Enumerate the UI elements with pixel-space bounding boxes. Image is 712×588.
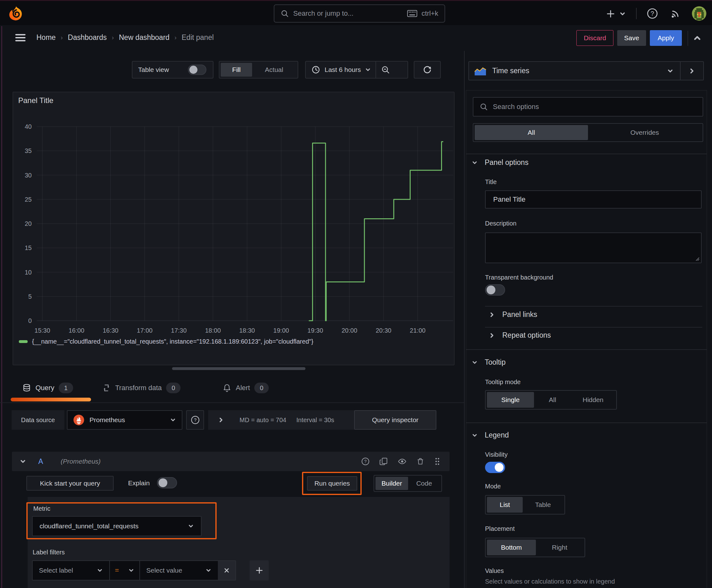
- grafana-logo-icon[interactable]: [8, 5, 24, 22]
- duplicate-query-icon[interactable]: [379, 457, 388, 466]
- table-view-control: Table view: [132, 61, 214, 79]
- actual-option[interactable]: Actual: [252, 63, 296, 77]
- collapse-chevron-up-icon[interactable]: [693, 34, 702, 42]
- pane-resize-handle[interactable]: [172, 367, 305, 370]
- datasource-picker[interactable]: Prometheus: [67, 410, 182, 430]
- save-button[interactable]: Save: [617, 30, 646, 46]
- tooltip-mode-all[interactable]: All: [534, 392, 571, 408]
- legend-placement-bottom[interactable]: Bottom: [487, 540, 536, 555]
- query-inspector-button[interactable]: Query inspector: [354, 410, 436, 430]
- panel-title-input[interactable]: Panel Title: [485, 190, 702, 209]
- visualization-picker[interactable]: Time series: [468, 61, 704, 80]
- panel-options-header[interactable]: Panel options: [472, 158, 528, 167]
- options-search-input[interactable]: Search options: [473, 97, 703, 117]
- drag-handle-icon[interactable]: [434, 457, 441, 466]
- svg-text:25: 25: [25, 196, 32, 203]
- viz-expand-icon[interactable]: [689, 67, 695, 75]
- legend-chevron-icon: [472, 433, 478, 438]
- datasource-help-button[interactable]: ?: [186, 410, 204, 430]
- select-label-placeholder: Select label: [39, 567, 97, 574]
- tab-all[interactable]: All: [475, 125, 588, 140]
- tooltip-mode-single[interactable]: Single: [487, 392, 534, 408]
- panel-links-chevron-icon: [489, 311, 495, 318]
- transparent-bg-toggle[interactable]: [485, 284, 505, 296]
- operator-dropdown[interactable]: =: [109, 560, 140, 581]
- breadcrumb-new-dashboard[interactable]: New dashboard: [119, 33, 170, 42]
- time-series-viz-icon: [474, 66, 487, 76]
- refresh-button[interactable]: [414, 61, 441, 79]
- prometheus-icon: [73, 414, 84, 426]
- resize-handle-icon[interactable]: [695, 256, 700, 261]
- remove-x-icon: [223, 567, 230, 574]
- global-search-input[interactable]: Search or jump to... ctrl+k: [274, 4, 445, 23]
- help-icon[interactable]: ?: [647, 8, 658, 19]
- tab-transform-count: 0: [166, 383, 180, 393]
- legend-placement-right[interactable]: Right: [536, 540, 583, 555]
- tooltip-mode-hidden[interactable]: Hidden: [571, 392, 615, 408]
- datasource-caret-icon: [170, 417, 176, 422]
- label-filters-label: Label filters: [33, 549, 65, 556]
- svg-text:10: 10: [25, 269, 32, 276]
- menu-icon[interactable]: [15, 33, 26, 43]
- select-label-dropdown[interactable]: Select label: [32, 560, 110, 581]
- legend-mode-label: Mode: [485, 483, 501, 490]
- query-help-icon[interactable]: ?: [361, 457, 370, 466]
- news-rss-icon[interactable]: [670, 8, 681, 19]
- legend-mode-table[interactable]: Table: [523, 497, 563, 512]
- metric-label: Metric: [33, 505, 50, 512]
- tab-transform[interactable]: Transform data 0: [102, 383, 180, 393]
- panel-title[interactable]: Panel Title: [18, 96, 53, 105]
- tab-overrides[interactable]: Overrides: [588, 125, 701, 140]
- query-row-header[interactable]: A (Prometheus) ?: [12, 452, 450, 471]
- breadcrumb-dashboards[interactable]: Dashboards: [68, 33, 107, 42]
- viz-caret-icon: [667, 68, 674, 74]
- hide-query-eye-icon[interactable]: [397, 457, 407, 466]
- builder-option[interactable]: Builder: [375, 477, 408, 490]
- zoom-out-icon[interactable]: [381, 65, 390, 74]
- code-option[interactable]: Code: [408, 477, 440, 490]
- table-view-toggle[interactable]: [188, 64, 207, 75]
- svg-text:16:30: 16:30: [103, 327, 118, 334]
- metric-select[interactable]: cloudflared_tunnel_total_requests: [32, 516, 201, 536]
- row-divider: [485, 306, 702, 307]
- svg-text:18:00: 18:00: [205, 327, 221, 334]
- discard-button[interactable]: Discard: [576, 30, 613, 46]
- add-caret-icon[interactable]: [619, 11, 626, 17]
- description-textarea[interactable]: [485, 232, 702, 263]
- fill-option[interactable]: Fill: [221, 63, 252, 77]
- add-filter-button[interactable]: [250, 560, 269, 581]
- visualization-name: Time series: [492, 67, 667, 75]
- panel-links-header[interactable]: Panel links: [489, 310, 537, 319]
- legend-visibility-toggle[interactable]: [485, 462, 505, 473]
- legend-series-swatch[interactable]: [19, 340, 28, 343]
- delete-query-trash-icon[interactable]: [416, 457, 425, 466]
- help-circle-icon: ?: [191, 415, 200, 425]
- legend-header[interactable]: Legend: [472, 431, 509, 439]
- breadcrumb-home[interactable]: Home: [37, 33, 56, 42]
- panel-links-title: Panel links: [502, 310, 537, 319]
- select-value-dropdown[interactable]: Select value: [139, 560, 218, 581]
- explain-toggle[interactable]: [157, 477, 177, 488]
- datasource-label-box: Data source: [12, 410, 64, 430]
- run-queries-button[interactable]: Run queries: [307, 476, 357, 491]
- query-row-collapse-icon[interactable]: [19, 459, 26, 464]
- time-series-chart[interactable]: 15:3016:0016:3017:0017:3018:0018:3019:00…: [13, 107, 454, 337]
- query-options-summary[interactable]: MD = auto = 704 Interval = 30s: [208, 410, 354, 430]
- repeat-options-header[interactable]: Repeat options: [489, 331, 551, 339]
- add-icon[interactable]: [605, 8, 616, 19]
- explain-label: Explain: [128, 479, 150, 487]
- time-range-picker[interactable]: Last 6 hours: [305, 61, 408, 79]
- avatar[interactable]: [692, 6, 706, 21]
- metric-value: cloudflared_tunnel_total_requests: [40, 522, 188, 530]
- kick-start-query-button[interactable]: Kick start your query: [26, 476, 114, 491]
- legend-mode-list[interactable]: List: [487, 497, 523, 512]
- svg-text:20: 20: [25, 220, 32, 227]
- tooltip-header[interactable]: Tooltip: [472, 358, 505, 366]
- tab-query[interactable]: Query 1: [22, 383, 73, 393]
- svg-text:40: 40: [25, 123, 32, 130]
- remove-filter-button[interactable]: [218, 560, 236, 581]
- apply-button[interactable]: Apply: [650, 30, 682, 46]
- query-ref-id[interactable]: A: [38, 457, 43, 466]
- tab-alert[interactable]: Alert 0: [222, 383, 269, 393]
- legend-series-label[interactable]: {__name__="cloudflared_tunnel_total_requ…: [32, 338, 313, 345]
